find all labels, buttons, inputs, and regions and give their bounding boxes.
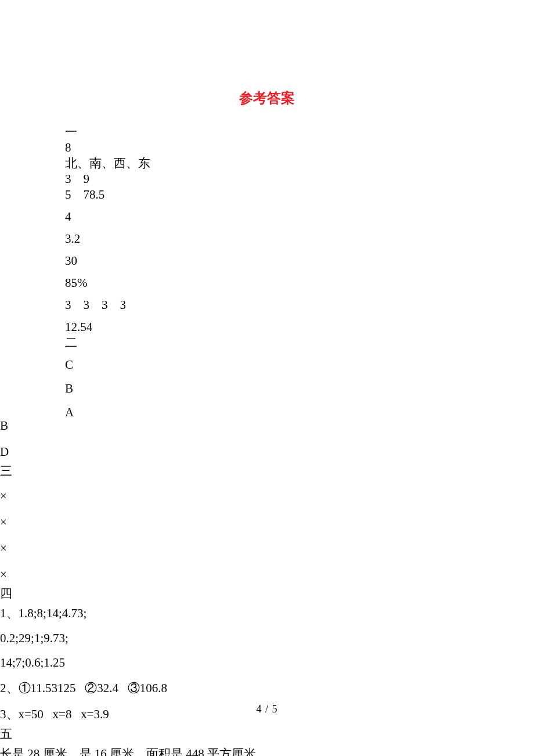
page-title: 参考答案 (65, 91, 469, 105)
answer-line: 4 (65, 211, 469, 223)
answer-line: 北、南、西、东 (65, 157, 469, 170)
answer-line: 2、①11.53125 ②32.4 ③106.8 (0, 680, 534, 696)
answer-line: A (65, 405, 74, 419)
section-five-heading: 五 (0, 726, 534, 742)
answer-line: 5 78.5 (65, 189, 469, 201)
answer-line: 长是 28 厘米，是 16 厘米，面积是 448 平方厘米. (0, 746, 534, 756)
section-four-heading: 四 (0, 585, 534, 602)
answer-line: × (0, 515, 534, 530)
section-two-heading: 二 (65, 337, 469, 349)
page-content: 参考答案 一 8 北、南、西、东 3 9 5 78.5 4 3.2 30 85%… (0, 0, 534, 419)
section-one-heading: 一 (65, 126, 469, 138)
page-number: 4 / 5 (0, 703, 534, 715)
answer-line: 3 3 3 3 (65, 299, 469, 311)
answer-line: × (0, 541, 534, 556)
answer-line: 14;7;0.6;1.25 (0, 656, 534, 670)
answer-line: 3.2 (65, 233, 469, 245)
answer-line: D (0, 445, 534, 459)
answer-line: × (0, 567, 534, 582)
answer-line: 30 (65, 255, 469, 267)
answer-line: 1、1.8;8;14;4.73; (0, 605, 534, 621)
answer-line: 12.54 (65, 321, 469, 333)
section-three-heading: 三 (0, 463, 534, 479)
answer-line: 0.2;29;1;9.73; (0, 631, 534, 646)
answer-line: 85% (65, 277, 469, 289)
answer-line: C (65, 359, 469, 371)
answer-line: B (0, 419, 534, 433)
answer-line: B (65, 383, 469, 395)
answer-line: 3 9 (65, 173, 469, 185)
answer-line: 8 (65, 142, 469, 154)
answer-line: × (0, 489, 534, 503)
